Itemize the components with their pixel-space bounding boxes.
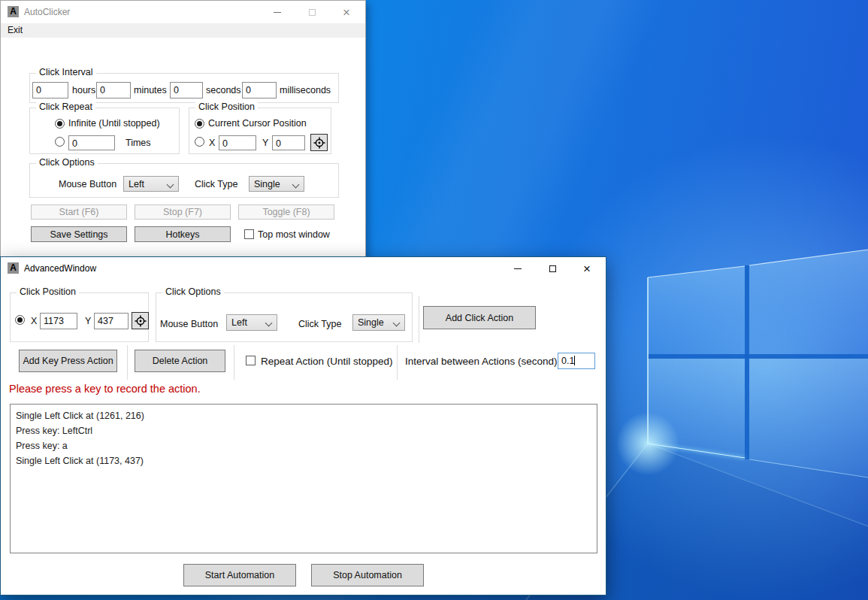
- menu-bar: Exit: [1, 23, 365, 38]
- x-input[interactable]: 0: [219, 135, 256, 150]
- adv-y-label: Y: [85, 316, 91, 326]
- text-caret: [574, 356, 575, 365]
- milliseconds-label: milliseconds: [280, 85, 331, 95]
- click-type-select[interactable]: Single: [249, 176, 304, 192]
- mouse-button-value: Left: [129, 179, 144, 189]
- app-icon: A: [8, 6, 19, 17]
- actions-listbox[interactable]: Single Left Click at (1261, 216) Press k…: [10, 404, 597, 553]
- interval-value: 0.1: [561, 356, 574, 366]
- top-most-label[interactable]: Top most window: [258, 229, 330, 240]
- stop-button[interactable]: Stop (F7): [135, 205, 231, 220]
- separator: [127, 345, 128, 380]
- toggle-button[interactable]: Toggle (F8): [238, 205, 334, 220]
- interval-label: Interval between Actions (second): [405, 356, 558, 367]
- infinite-label[interactable]: Infinite (Until stopped): [68, 118, 160, 129]
- click-repeat-label: Click Repeat: [36, 102, 95, 112]
- maximize-icon: [549, 265, 556, 272]
- minimize-icon: [274, 12, 281, 13]
- infinite-radio[interactable]: [55, 119, 65, 129]
- adv-mouse-button-value: Left: [231, 317, 247, 328]
- times-input[interactable]: 0: [68, 135, 115, 150]
- minutes-label: minutes: [134, 85, 167, 95]
- hours-label: hours: [72, 85, 95, 95]
- adv-mouse-button-label: Mouse Button: [160, 319, 218, 329]
- hours-input[interactable]: 0: [32, 82, 68, 98]
- milliseconds-input[interactable]: 0: [242, 82, 277, 98]
- add-key-press-button[interactable]: Add Key Press Action: [19, 350, 117, 372]
- minutes-input[interactable]: 0: [96, 82, 131, 98]
- times-radio[interactable]: [55, 137, 65, 147]
- click-type-label: Click Type: [195, 179, 237, 189]
- adv-click-options-label: Click Options: [162, 286, 224, 297]
- minimize-button[interactable]: [501, 257, 535, 280]
- mouse-button-label: Mouse Button: [59, 179, 116, 189]
- adv-x-label: X: [31, 316, 37, 326]
- mouse-button-select[interactable]: Left: [123, 176, 179, 192]
- crosshair-icon: [313, 137, 325, 149]
- autoclicker-window: A AutoClicker × Exit Click Interval 0 ho…: [0, 0, 366, 259]
- maximize-icon: [309, 9, 316, 16]
- adv-click-type-select[interactable]: Single: [352, 314, 405, 331]
- maximize-button[interactable]: [535, 257, 570, 280]
- adv-y-input[interactable]: 437: [94, 313, 129, 329]
- adv-xy-radio[interactable]: [15, 315, 25, 325]
- current-cursor-radio[interactable]: [195, 119, 204, 129]
- adv-click-position-label: Click Position: [17, 286, 79, 297]
- advanced-window: A AdvancedWindow × Click Position X 1173…: [0, 256, 606, 595]
- adv-click-type-label: Click Type: [298, 319, 341, 329]
- click-options-label: Click Options: [36, 157, 98, 168]
- add-click-action-button[interactable]: Add Click Action: [423, 306, 536, 329]
- autoclicker-titlebar[interactable]: A AutoClicker ×: [1, 1, 365, 23]
- save-settings-button[interactable]: Save Settings: [31, 226, 127, 242]
- click-type-value: Single: [254, 179, 280, 189]
- close-icon: ×: [343, 6, 350, 19]
- chevron-down-icon: [393, 320, 401, 327]
- top-most-checkbox[interactable]: [244, 229, 254, 239]
- hotkeys-button[interactable]: Hotkeys: [135, 226, 231, 242]
- chevron-down-icon: [292, 181, 300, 189]
- repeat-action-label[interactable]: Repeat Action (Until stopped): [261, 356, 393, 367]
- click-position-label: Click Position: [195, 102, 258, 112]
- separator: [419, 296, 419, 343]
- delete-action-button[interactable]: Delete Action: [135, 350, 225, 372]
- xy-radio[interactable]: [195, 137, 204, 147]
- menu-item-exit[interactable]: Exit: [8, 25, 23, 35]
- chevron-down-icon: [265, 320, 273, 327]
- x-label: X: [209, 138, 215, 148]
- interval-input[interactable]: 0.1: [558, 353, 595, 369]
- crosshair-icon: [135, 315, 147, 327]
- maximize-button[interactable]: [295, 1, 329, 23]
- current-cursor-label[interactable]: Current Cursor Position: [208, 118, 307, 129]
- adv-pick-position-button[interactable]: [132, 312, 149, 329]
- list-item[interactable]: Press key: LeftCtrl: [11, 423, 597, 438]
- window-title: AutoClicker: [24, 1, 70, 23]
- app-icon: A: [8, 262, 19, 274]
- minimize-icon: [514, 268, 522, 269]
- seconds-label: seconds: [206, 85, 241, 95]
- list-item[interactable]: Press key: a: [11, 438, 597, 453]
- separator: [234, 345, 234, 380]
- click-interval-label: Click Interval: [36, 67, 96, 77]
- seconds-input[interactable]: 0: [170, 82, 203, 98]
- pick-position-button[interactable]: [310, 134, 328, 151]
- list-item[interactable]: Single Left Click at (1173, 437): [11, 453, 597, 468]
- start-button[interactable]: Start (F6): [31, 205, 127, 220]
- list-item[interactable]: Single Left Click at (1261, 216): [11, 408, 597, 423]
- stop-automation-button[interactable]: Stop Automation: [311, 564, 424, 586]
- close-button[interactable]: ×: [329, 1, 364, 23]
- status-message: Please press a key to record the action.: [9, 383, 201, 395]
- adv-mouse-button-select[interactable]: Left: [226, 314, 277, 331]
- start-automation-button[interactable]: Start Automation: [183, 564, 296, 586]
- repeat-action-checkbox[interactable]: [246, 356, 256, 365]
- times-label: Times: [126, 138, 151, 148]
- close-button[interactable]: ×: [570, 257, 604, 280]
- separator: [397, 345, 398, 380]
- adv-click-type-value: Single: [358, 317, 384, 328]
- y-input[interactable]: 0: [272, 135, 305, 150]
- minimize-button[interactable]: [260, 1, 295, 23]
- window-title: AdvancedWindow: [24, 257, 96, 280]
- advanced-titlebar[interactable]: A AdvancedWindow ×: [1, 257, 606, 280]
- y-label: Y: [262, 138, 268, 148]
- adv-x-input[interactable]: 1173: [40, 313, 77, 329]
- chevron-down-icon: [167, 181, 174, 189]
